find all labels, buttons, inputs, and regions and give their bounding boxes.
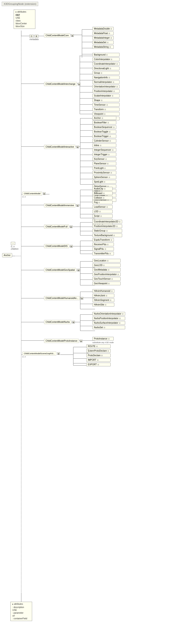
proto-choice: ⊞ <box>80 340 82 342</box>
leaf-inline: Inline⊞ <box>92 144 116 147</box>
attr-class: class <box>16 19 33 22</box>
metadata-label: metadata <box>30 38 39 40</box>
leaf-staticgroup: StaticGroup⊞ <box>92 229 122 232</box>
nurbs-model-container: ChildContentModelNurbs ⊞ <box>44 320 75 324</box>
leaf-hanimhumanoid: HAnimHumanoid⊞ <box>92 289 114 293</box>
scene-graph-row: ChildContentModelSceneGraphSt... ⊞ <box>22 352 60 356</box>
leaf-proximitysensor: ProximitySensor⊞ <box>92 171 116 174</box>
interchange-model-container: ChildContentModelInterchange ⊞ <box>44 82 80 86</box>
leaf-geotouchsensor: GeoTouchSensor⊞ <box>92 277 121 281</box>
leaf-geoposinterp: GeoPositionInterpolator⊞ <box>92 272 121 276</box>
child-content-model-core: ChildContentModelCore <box>44 34 70 38</box>
geospatial-model-container: ChildContentModelGeoSpatial ⊞ <box>44 268 80 272</box>
leaf-hanimjoint: HAnimJoint⊞ <box>92 294 114 298</box>
leaf-geoviewpoint: GeoViewpoint⊞ <box>92 282 121 285</box>
leaf-cylindersensor: CylinderSensor⊞ <box>92 139 116 143</box>
leaf-anchor-int: Anchor⊞ <box>92 116 116 120</box>
is-row: IS ⊞ <box>30 35 39 38</box>
leaf-geolocation: GeoLocation⊞ <box>92 259 121 262</box>
leaf-billboard: Billboard⊞ <box>92 192 113 195</box>
dis-choice: ⊞ <box>70 245 73 248</box>
attributes-panel-top: ▸ attributes DEF USE class bboxCenter bb… <box>14 10 35 29</box>
child-content-model-proto: ChildContentModelProtoInstance <box>44 339 79 343</box>
metadata-float: MetadataFloat⊞ <box>92 32 114 35</box>
full-nodes: CoordinateInterpolator2D⊞ PositionInterp… <box>92 220 122 237</box>
dis-nodes: EspduTransform⊞ ReceiverPdu⊞ SignalPdu⊞ … <box>92 238 114 255</box>
leaf-audioclip: AudioClip⊞ <box>92 187 113 190</box>
leaf-receiverpdu: ReceiverPdu⊞ <box>92 242 114 246</box>
full-model-container: ChildContentModelFull ⊞ <box>44 224 72 229</box>
main-container: X3DGroupingNode (extension) <box>0 0 182 644</box>
leaf-transform: Transform⊞ <box>92 108 119 111</box>
nurbs-col: NurbsOrientationInterpolator⊞ NurbsPosit… <box>92 312 125 329</box>
child-content-model-humanoid: ChildContentModelHumanoidAn... <box>44 296 80 300</box>
humanoid-choice: ⊞ <box>81 297 83 300</box>
leaf-group: Group⊞ <box>92 71 119 75</box>
leaf-timesensor: TimeSensor⊞ <box>92 103 119 107</box>
anchor-node-left: Anchor <box>2 253 12 257</box>
diagram-lines <box>2 8 179 644</box>
children-dots: ···· <box>11 242 15 245</box>
immersive-row: ChildContentModelImmersive ⊞ <box>44 203 79 208</box>
metadata-col: MetadataDouble⊞ MetadataFloat⊞ MetadataI… <box>92 27 114 49</box>
children-label-row: ···· <box>11 242 19 245</box>
title-bar: X3DGroupingNode (extension) <box>2 2 38 6</box>
metadata-set: MetadataSet⊞ <box>92 40 114 44</box>
is-box: IS <box>30 35 34 38</box>
leaf-texturebackground: TextureBackground⊞ <box>92 234 122 237</box>
geospatial-col: GeoLocation⊞ GeoLOD⊞ GeoMetadata⊞ GeoPos… <box>92 259 121 285</box>
humanoid-row: ChildContentModelHumanoidAn... ⊞ <box>44 296 83 300</box>
leaf-booleansequencer: BooleanSequencer⊞ <box>92 125 116 129</box>
leaf-booleantoggle: BooleanToggle⊞ <box>92 130 116 134</box>
leaf-protoinstance: ProtoInstance⊞ <box>92 337 114 340</box>
leaf-scalarinterpolator: ScalarInterpolator⊞ <box>92 94 119 98</box>
leaf-keysensor: KeySensor⊞ <box>92 157 116 161</box>
leaf-integersequencer: IntegerSequencer⊞ <box>92 148 116 152</box>
interchange-row: ChildContentModelInterchange ⊞ <box>44 82 80 86</box>
ccm-note: 0..∞ <box>22 196 46 198</box>
leaf-booleanfilter: BooleanFilter⊞ <box>92 121 116 124</box>
leaf-background: Background⊞ <box>92 53 119 56</box>
leaf-script: Script⊞ <box>92 214 113 218</box>
attr-description: : description <box>12 606 30 609</box>
proto-model-container: ChildContentModelProtoInstance ⊞ <box>44 339 82 343</box>
attr-bboxcenter: bboxCenter <box>16 22 33 25</box>
attributes-title-top: ▸ attributes <box>16 10 33 13</box>
leaf-shape: Shape⊞ <box>92 98 119 102</box>
child-content-model-immersive: ChildContentModelImmersive <box>44 203 76 208</box>
dis-row: ChildContentModelDIS ⊞ <box>44 244 73 248</box>
anchor-left-label: Anchor <box>2 253 12 257</box>
leaf-geometadata: GeoMetadata⊞ <box>92 268 121 272</box>
leaf-route: ROUTE⊞ <box>86 344 111 348</box>
core-model-row: ChildContentModelCore ⊞ <box>44 34 74 38</box>
metadata-double: MetadataDouble⊞ <box>92 27 114 30</box>
child-content-model-row: ChildContentModel ⊞ <box>22 192 46 196</box>
dis-col: EspduTransform⊞ ReceiverPdu⊞ SignalPdu⊞ … <box>92 238 114 255</box>
geospatial-nodes: GeoLocation⊞ GeoLOD⊞ GeoMetadata⊞ GeoPos… <box>92 259 121 285</box>
scene-graph-nodes: ROUTE⊞ ExternProtoDeclare⊞ ProtoDeclare⊞… <box>86 344 111 366</box>
title-text: X3DGroupingNode (extension) <box>4 2 36 5</box>
leaf-orientationinterpolator: OrientationInterpolator⊞ <box>92 85 119 88</box>
leaf-nurbssurfinterp: NurbsSurfaceInterpolator⊞ <box>92 321 125 325</box>
is-connector: ⊞ <box>35 35 38 38</box>
leaf-externprotodeclare: ExternProtoDeclare⊞ <box>86 349 111 353</box>
leaf-lod: LOD⊞ <box>92 210 113 213</box>
core-choice: ⊞ <box>71 34 74 37</box>
child-content-model-main: ChildContentModel ⊞ 0..∞ <box>22 192 46 198</box>
attr-use: USE <box>16 16 33 19</box>
leaf-directionallight: DirectionalLight⊞ <box>92 66 119 70</box>
leaf-transmitterpdu: TransmitterPdu⊞ <box>92 252 114 255</box>
leaf-positioninterpolator: PositionInterpolator⊞ <box>92 89 119 93</box>
leaf-pointlight: PointLight⊞ <box>92 166 116 170</box>
children-label-container: ···· 0..∞ children <box>11 242 19 250</box>
ccm-choice: ⊞ <box>43 192 46 195</box>
leaf-planesensor: PlaneSensor⊞ <box>92 162 116 166</box>
geospatial-row: ChildContentModelGeoSpatial ⊞ <box>44 268 80 272</box>
attr-url: url <box>12 614 30 617</box>
leaf-spheresensor: SphereSensor⊞ <box>92 175 116 179</box>
leaf-fog: Fog⊞ <box>92 200 113 204</box>
immersive-choice: ⊞ <box>76 204 79 207</box>
leaf-geolod: GeoLOD⊞ <box>92 263 121 267</box>
leaf-integertrigger: IntegerTrigger⊞ <box>92 152 116 156</box>
metadata-string: MetadataString⊞ <box>92 45 114 49</box>
